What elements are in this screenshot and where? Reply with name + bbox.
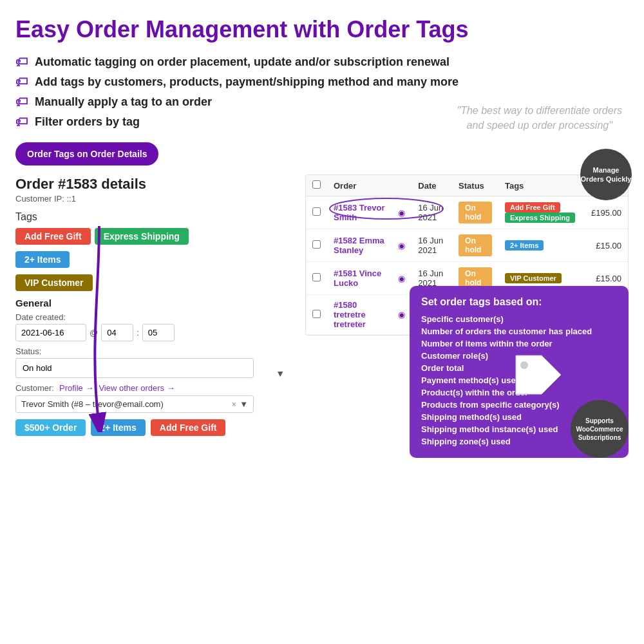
feature-item-1: 🏷 Automatic tagging on order placement, … (15, 55, 629, 70)
clear-customer-icon[interactable]: × (232, 399, 237, 409)
td-order-3: #1581 Vince Lucko (327, 262, 392, 295)
time-min-input[interactable] (142, 324, 175, 341)
td-order-2: #1582 Emma Stanley (327, 229, 392, 262)
order-link-4[interactable]: #1580 tretretre tretreter (334, 300, 366, 329)
td-icon-1: ◉ (392, 196, 412, 229)
th-date: Date (412, 175, 452, 196)
supports-woocommerce-bubble: SupportsWooCommerceSubscriptions (571, 400, 629, 458)
bottom-tags-row: $500+ Order 2+ Items Add Free Gift (15, 419, 292, 436)
order-details-title: Order #1583 details (15, 176, 292, 193)
table-header-row: Order Date Status Tags (306, 175, 628, 196)
tag-badge-vip-3: VIP Customer (505, 273, 562, 283)
td-checkbox-1 (306, 196, 327, 229)
tag-add-free-gift-bottom: Add Free Gift (151, 419, 226, 436)
general-section: General Date created: @ : Status: On hol… (15, 298, 292, 413)
manage-orders-bubble: Manage Orders Quickly (580, 149, 632, 200)
table-row: #1582 Emma Stanley ◉ 16 Jun 2021 On hold… (306, 229, 628, 262)
td-price-1: £195.00 (585, 196, 628, 229)
td-checkbox-2 (306, 229, 327, 262)
status-select[interactable]: On hold (15, 358, 254, 378)
td-tags-1: Add Free Gift Express Shipping (498, 196, 585, 229)
row1-checkbox[interactable] (312, 207, 321, 216)
table-row: #1583 Trevor Smith ◉ 16 Jun 2021 On hold… (306, 196, 628, 229)
tags-label: Tags (15, 211, 292, 223)
date-row: @ : (15, 324, 292, 341)
chevron-down-icon-customer: ▼ (240, 399, 248, 409)
tag-add-free-gift: Add Free Gift (15, 228, 91, 245)
td-icon-4: ◉ (392, 295, 412, 335)
tag-vip-customer: VIP Customer (15, 274, 93, 291)
tag-icon-4: 🏷 (15, 115, 28, 129)
feature-item-2: 🏷 Add tags by customers, products, payme… (15, 75, 629, 90)
page-title: Easy Order Management with Order Tags (15, 15, 629, 43)
tag-badge-express-1: Express Shipping (505, 213, 575, 223)
th-icon (392, 175, 412, 196)
td-checkbox-4 (306, 295, 327, 335)
customer-input-wrapper[interactable]: Trevor Smith (#8 – trevor@email.com) × ▼ (15, 395, 254, 413)
row3-checkbox[interactable] (312, 273, 321, 281)
svg-point-3 (520, 361, 528, 369)
order-link-3[interactable]: #1581 Vince Lucko (334, 269, 381, 288)
td-tags-2: 2+ Items (498, 229, 585, 262)
td-icon-2: ◉ (392, 229, 412, 262)
customer-value: Trevor Smith (#8 – trevor@email.com) (21, 399, 232, 409)
td-checkbox-3 (306, 262, 327, 295)
date-label: Date created: (15, 312, 292, 322)
row4-checkbox[interactable] (312, 310, 321, 318)
status-label: Status: (15, 346, 292, 356)
th-tags: Tags (498, 175, 585, 196)
tag-icon-3: 🏷 (15, 95, 28, 109)
vertical-arrow-svg (86, 226, 112, 432)
order-details-subtitle: Customer IP: ::1 (15, 194, 292, 204)
chevron-down-icon: ▼ (276, 368, 285, 379)
td-price-2: £15.00 (585, 229, 628, 262)
select-all-checkbox[interactable] (312, 180, 321, 189)
tags-row-3: VIP Customer (15, 274, 292, 291)
th-order: Order (327, 175, 392, 196)
customer-label: Customer: (15, 383, 54, 393)
order-details-panel: Order Tags on Order Details Order #1583 … (15, 142, 292, 436)
td-icon-3: ◉ (392, 262, 412, 295)
status-select-wrapper: On hold ▼ (15, 358, 292, 378)
tag-icon-2: 🏷 (15, 75, 28, 90)
list-item: Number of items within the order (421, 337, 617, 350)
tags-row-1: Add Free Gift Express Shipping (15, 228, 292, 245)
general-title: General (15, 298, 292, 308)
order-details-section: Order #1583 details Customer IP: ::1 Tag… (15, 176, 292, 436)
td-date-1: 16 Jun 2021 (412, 196, 452, 229)
th-status: Status (452, 175, 498, 196)
th-checkbox (306, 175, 327, 196)
tag-shape-icon (513, 352, 564, 400)
tag-2-items: 2+ Items (15, 251, 70, 268)
quote-text: "The best way to differentiate ordersand… (457, 104, 622, 133)
status-badge-2: On hold (459, 234, 492, 256)
tag-badge-free-gift-1: Add Free Gift (505, 202, 560, 213)
row2-checkbox[interactable] (312, 240, 321, 249)
list-item: Specific customer(s) (421, 313, 617, 325)
customer-row: Customer: Profile → View other orders → (15, 383, 292, 393)
list-item: Number of orders the customer has placed (421, 325, 617, 337)
status-badge-1: On hold (459, 202, 492, 223)
tag-500-order: $500+ Order (15, 419, 86, 436)
order-tags-details-button[interactable]: Order Tags on Order Details (15, 142, 158, 166)
tags-section: Tags Add Free Gift Express Shipping 2+ I… (15, 211, 292, 291)
td-order-4: #1580 tretretre tretreter (327, 295, 392, 335)
set-order-tags-title: Set order tags based on: (421, 296, 617, 308)
order-link-1[interactable]: #1583 Trevor Smith (334, 203, 385, 222)
td-status-1: On hold (452, 196, 498, 229)
bottom-tags-area: $500+ Order 2+ Items Add Free Gift (15, 419, 292, 436)
tag-icon-1: 🏷 (15, 55, 28, 70)
td-status-2: On hold (452, 229, 498, 262)
date-input[interactable] (15, 324, 86, 341)
page-wrapper: Easy Order Management with Order Tags 🏷 … (0, 0, 644, 449)
td-date-2: 16 Jun 2021 (412, 229, 452, 262)
tags-row-2: 2+ Items (15, 251, 292, 268)
td-order-1: #1583 Trevor Smith (327, 196, 392, 229)
orders-table-panel: "The best way to differentiate ordersand… (305, 142, 629, 436)
tag-badge-2items-2: 2+ Items (505, 240, 544, 251)
order-link-2[interactable]: #1582 Emma Stanley (334, 236, 384, 255)
